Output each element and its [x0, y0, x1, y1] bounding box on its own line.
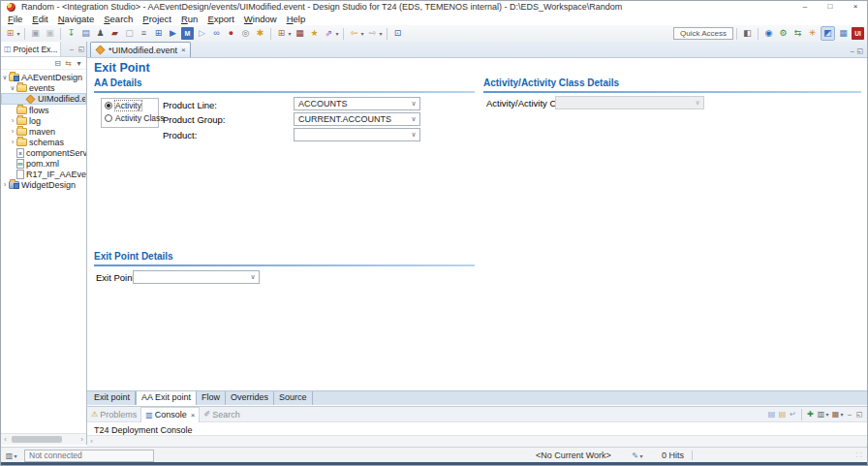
explorer-hscrollbar[interactable]: ‹ › — [1, 433, 86, 445]
menu-help[interactable]: Help — [282, 14, 311, 25]
tab-close-icon[interactable]: × — [191, 411, 196, 419]
progress-dropdown-icon[interactable]: ▾ — [638, 452, 644, 459]
play-icon[interactable]: ▷ — [196, 27, 208, 40]
menu-search[interactable]: Search — [99, 14, 138, 25]
back-dropdown-icon[interactable]: ▾ — [359, 30, 365, 37]
tree-item-events[interactable]: ∨ events — [1, 82, 86, 93]
tab-overrides[interactable]: Overrides — [226, 391, 274, 405]
expand-icon[interactable]: › — [9, 117, 16, 124]
save-all-icon[interactable]: ▣ — [44, 27, 56, 40]
forward-dropdown-icon[interactable]: ▾ — [378, 30, 384, 37]
tab-uimodified-event[interactable]: *UIModified.event × — [90, 42, 191, 57]
tab-problems[interactable]: ⚠ Problems — [87, 407, 140, 421]
tafj-badge-icon[interactable]: M — [181, 27, 194, 40]
new-wizard-dropdown-icon[interactable]: ▾ — [16, 30, 21, 37]
table-icon[interactable]: ⊞ — [152, 27, 165, 40]
menu-edit[interactable]: Edit — [27, 14, 52, 25]
tree-item-maven[interactable]: › maven — [1, 126, 86, 137]
tree-item-log[interactable]: › log — [1, 115, 86, 126]
menu-export[interactable]: Export — [202, 14, 238, 25]
grid-red-icon[interactable]: ▦ — [294, 27, 306, 40]
connection-dropdown-icon[interactable]: ▾ — [13, 452, 18, 459]
window-minimize-icon[interactable]: – — [792, 0, 818, 14]
expand-icon[interactable]: › — [9, 139, 16, 145]
web-perspective-icon[interactable]: ◉ — [762, 27, 775, 40]
minimize-view-icon[interactable]: – — [845, 411, 854, 418]
scroll-left-icon[interactable]: ‹ — [87, 437, 96, 446]
tab-flow[interactable]: Flow — [197, 391, 226, 405]
chevron-down-icon[interactable]: ∨ — [247, 273, 259, 281]
activity-class-radio[interactable] — [105, 114, 112, 122]
import-icon[interactable]: ↧ — [65, 27, 78, 40]
exit-point-select[interactable]: ∨ — [133, 270, 260, 284]
grid-perspective-icon[interactable]: ▦ — [837, 27, 850, 40]
monitor-icon[interactable]: ▰ — [108, 27, 121, 40]
t24-perspective-badge[interactable]: UI — [852, 27, 864, 40]
user-icon[interactable]: ♟ — [94, 27, 107, 40]
resize-grip[interactable]: ⁚ ⁚ — [856, 451, 862, 459]
chevron-down-icon[interactable]: ∨ — [408, 100, 419, 108]
menu-navigate[interactable]: Navigate — [53, 14, 100, 25]
globe-icon[interactable]: ◎ — [239, 27, 252, 40]
tree-item-pom-xml[interactable]: m pom.xml — [1, 158, 86, 169]
open-perspective-icon[interactable]: ◧ — [741, 27, 754, 40]
scroll-left-icon[interactable]: ‹ — [1, 435, 10, 444]
tree-item-r17-if-aaeventde[interactable]: R17_IF_AAEventDe — [1, 169, 86, 179]
star-icon[interactable]: ★ — [308, 27, 321, 40]
window-maximize-icon[interactable]: □ — [818, 0, 843, 14]
tree-item-schemas[interactable]: › schemas — [1, 137, 86, 147]
chevron-down-icon[interactable]: ∨ — [408, 115, 419, 123]
file-icon[interactable]: ▢ — [123, 27, 136, 40]
scroll-thumb[interactable] — [12, 436, 62, 443]
sync-perspective-icon[interactable]: ⇆ — [791, 27, 804, 40]
word-wrap-icon[interactable]: ↵ — [788, 409, 798, 419]
quick-access-input[interactable]: Quick Access — [673, 27, 733, 40]
tree-item-componentservice[interactable]: x componentService — [1, 147, 86, 158]
tab-close-icon[interactable]: × — [181, 46, 186, 54]
tab-console[interactable]: ▥ Console × — [140, 407, 200, 422]
expand-icon[interactable]: › — [9, 128, 16, 135]
activity-radio-label[interactable]: Activity — [115, 101, 141, 110]
new-file-icon[interactable]: ▤ — [79, 27, 92, 40]
activity-radio[interactable] — [105, 102, 112, 109]
record-icon[interactable]: ● — [225, 27, 237, 40]
tree-item-uimodified-event[interactable]: UIModified.event — [1, 93, 86, 105]
expand-icon[interactable]: ∨ — [1, 74, 9, 81]
minimize-view-icon[interactable]: – — [67, 46, 77, 52]
wand-dropdown-icon[interactable]: ▾ — [334, 30, 340, 37]
maximize-view-icon[interactable]: ◱ — [77, 46, 86, 53]
product-select[interactable]: ∨ — [294, 128, 420, 141]
radio-row-activity[interactable]: Activity — [102, 99, 158, 111]
tree-item-flows[interactable]: flows — [1, 105, 86, 115]
view-menu-icon[interactable]: ▾ — [74, 58, 84, 69]
new-console-icon[interactable]: ✚ — [805, 409, 816, 419]
run-icon[interactable]: ▶ — [167, 27, 179, 40]
link-editor-icon[interactable]: ⇆ — [63, 58, 74, 69]
network-perspective-icon[interactable]: ✳ — [806, 27, 819, 40]
tab-exit-point[interactable]: Exit point — [89, 391, 136, 405]
tree-item-aaeventdesign[interactable]: ∨ AAEventDesign — [1, 72, 86, 82]
product-line-select[interactable]: ACCOUNTS ∨ — [294, 97, 420, 110]
new-project-dropdown-icon[interactable]: ▾ — [287, 30, 293, 37]
activity-class-radio-label[interactable]: Activity Class — [115, 113, 165, 123]
pin-editor-icon[interactable]: ⊡ — [391, 27, 404, 40]
menu-project[interactable]: Project — [138, 14, 176, 25]
window-close-icon[interactable]: × — [843, 0, 868, 14]
tree-item-widgetdesign[interactable]: › WidgetDesign — [1, 179, 86, 190]
lamp-icon[interactable]: ✱ — [254, 27, 266, 40]
tab-source[interactable]: Source — [274, 391, 313, 405]
chevron-down-icon[interactable]: ∨ — [408, 131, 419, 139]
expand-icon[interactable]: ∨ — [9, 84, 16, 92]
show-stderr-icon[interactable]: ▤ — [777, 409, 788, 419]
show-stdout-icon[interactable]: ▤ — [766, 409, 777, 419]
product-group-select[interactable]: CURRENT.ACCOUNTS ∨ — [294, 112, 420, 126]
outline-icon[interactable]: ≡ — [138, 27, 150, 40]
design-perspective-icon[interactable]: ◩ — [821, 26, 835, 41]
link-icon[interactable]: ∞ — [210, 27, 223, 40]
console-hscrollbar[interactable]: ‹ — [87, 435, 867, 447]
radio-row-activity-class[interactable]: Activity Class — [102, 111, 158, 124]
minimize-view-icon[interactable]: – — [851, 47, 854, 54]
save-icon[interactable]: ▣ — [29, 27, 42, 40]
maximize-view-icon[interactable]: ◱ — [854, 411, 864, 419]
expand-icon[interactable]: › — [1, 181, 9, 188]
